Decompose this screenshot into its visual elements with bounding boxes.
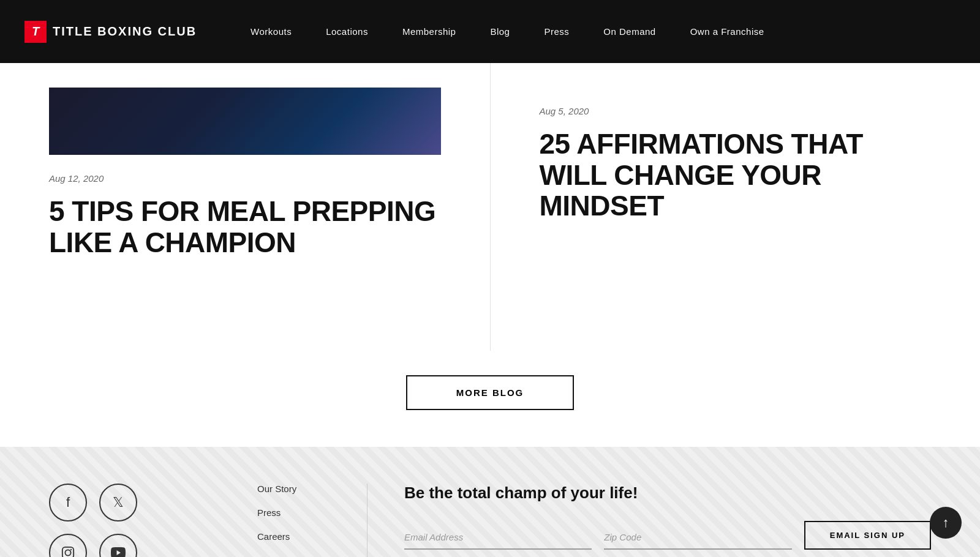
nav-link-locations[interactable]: Locations <box>309 26 385 37</box>
nav-link-workouts[interactable]: Workouts <box>233 26 309 37</box>
more-blog-container: MORE BLOG <box>0 351 980 447</box>
logo[interactable]: T TITLE BOXING CLUB <box>24 21 197 43</box>
nav-links: WorkoutsLocationsMembershipBlogPressOn D… <box>233 26 781 37</box>
youtube-icon[interactable] <box>99 534 137 557</box>
newsletter-form: EMAIL SIGN UP <box>404 521 931 550</box>
facebook-icon[interactable]: f <box>49 484 87 521</box>
footer-link-our-story[interactable]: Our Story <box>257 484 342 494</box>
logo-icon: T <box>24 21 47 43</box>
svg-point-2 <box>70 549 72 550</box>
footer-link-careers[interactable]: Careers <box>257 531 342 542</box>
logo-text: TITLE BOXING CLUB <box>53 24 197 39</box>
instagram-icon[interactable] <box>49 534 87 557</box>
blog-card-image-1 <box>49 88 441 155</box>
email-input[interactable] <box>404 526 592 550</box>
footer-link-press[interactable]: Press <box>257 507 342 518</box>
zip-input[interactable] <box>604 526 791 550</box>
main-content: Aug 12, 20205 TIPS FOR MEAL PREPPING LIK… <box>0 63 980 557</box>
footer-top: f 𝕏 Our StoryPress <box>0 447 980 557</box>
navbar: T TITLE BOXING CLUB WorkoutsLocationsMem… <box>0 0 980 63</box>
footer-links: Our StoryPressCareersContact UsOwn a Fra… <box>233 484 368 557</box>
nav-link-blog[interactable]: Blog <box>473 26 527 37</box>
social-row-bottom <box>49 534 208 557</box>
email-signup-button[interactable]: EMAIL SIGN UP <box>804 521 931 550</box>
social-row-top: f 𝕏 <box>49 484 208 521</box>
blog-title-2[interactable]: 25 AFFIRMATIONS THAT WILL CHANGE YOUR MI… <box>540 129 932 222</box>
blog-title-1[interactable]: 5 TIPS FOR MEAL PREPPING LIKE A CHAMPION <box>49 196 441 258</box>
more-blog-button[interactable]: MORE BLOG <box>406 375 575 410</box>
blog-date-2: Aug 5, 2020 <box>540 106 932 116</box>
footer-newsletter: Be the total champ of your life! EMAIL S… <box>368 484 931 557</box>
nav-link-on-demand[interactable]: On Demand <box>586 26 673 37</box>
scroll-to-top-button[interactable]: ↑ <box>930 507 962 539</box>
blog-section: Aug 12, 20205 TIPS FOR MEAL PREPPING LIK… <box>0 63 980 351</box>
blog-date-1: Aug 12, 2020 <box>49 173 441 184</box>
newsletter-title: Be the total champ of your life! <box>404 484 931 503</box>
nav-link-own-a-franchise[interactable]: Own a Franchise <box>673 26 782 37</box>
blog-card-1: Aug 12, 20205 TIPS FOR MEAL PREPPING LIK… <box>0 63 491 351</box>
twitter-icon[interactable]: 𝕏 <box>99 484 137 521</box>
svg-point-1 <box>65 550 70 555</box>
footer-social: f 𝕏 <box>49 484 233 557</box>
zip-input-wrapper <box>604 526 791 550</box>
email-input-wrapper <box>404 526 592 550</box>
nav-link-press[interactable]: Press <box>527 26 586 37</box>
blog-card-2: Aug 5, 202025 AFFIRMATIONS THAT WILL CHA… <box>491 63 981 351</box>
nav-link-membership[interactable]: Membership <box>385 26 473 37</box>
